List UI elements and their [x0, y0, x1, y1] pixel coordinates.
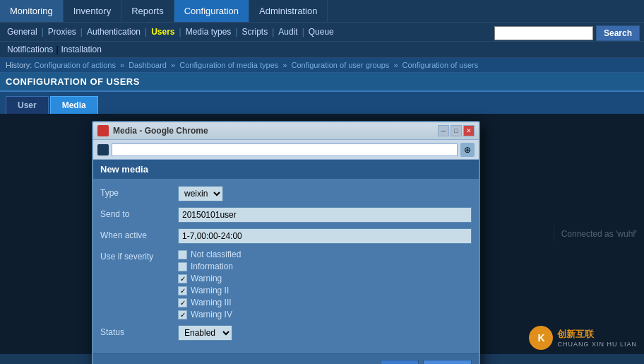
page-title: CONFIGURATION OF USERS: [0, 73, 644, 92]
content-area: Connected as 'wuhf' Media - Google Chrom…: [0, 114, 644, 354]
nav-monitoring[interactable]: Monitoring: [0, 0, 64, 22]
logo-subtext: CHUANG XIN HU LIAN: [557, 341, 637, 348]
second-navigation: General | Proxies | Authentication | Use…: [0, 23, 644, 42]
send-to-control: [178, 207, 472, 223]
modal-body: Type weixin Send to: [93, 179, 479, 353]
chrome-window-title: Media - Google Chrome: [113, 126, 208, 136]
when-active-label: When active: [100, 228, 178, 240]
severity-row: Use if severity Not classified Informati…: [100, 249, 472, 319]
address-input[interactable]: [112, 143, 458, 156]
search-input[interactable]: [494, 26, 593, 40]
nav-audit[interactable]: Audit: [275, 25, 300, 38]
modal-title: New media: [100, 164, 148, 175]
chrome-minimize-button[interactable]: ─: [438, 125, 449, 136]
address-bar-icon: ⊕: [460, 143, 475, 157]
breadcrumb-dashboard[interactable]: Dashboard: [129, 61, 167, 69]
nav-queue[interactable]: Queue: [306, 25, 337, 38]
nav-users[interactable]: Users: [148, 25, 177, 38]
breadcrumb-label: History:: [6, 61, 34, 69]
nav-general[interactable]: General: [4, 25, 40, 38]
modal-header: New media: [93, 160, 479, 179]
modal-overlay: Media - Google Chrome ─ □ ✕ ⊕: [0, 114, 644, 354]
status-select[interactable]: Enabled Disabled: [178, 325, 232, 341]
modal-dialog: New media Type weixin: [93, 160, 479, 364]
cb-warning-ii[interactable]: [178, 286, 187, 295]
search-button[interactable]: Search: [596, 25, 640, 41]
nav-notifications[interactable]: Notifications: [4, 43, 56, 56]
cb-warning-iii[interactable]: [178, 298, 187, 307]
nav-authentication[interactable]: Authentication: [84, 25, 143, 38]
type-row: Type weixin: [100, 186, 472, 201]
status-control: Enabled Disabled: [178, 325, 472, 341]
cb-warning-iv[interactable]: [178, 310, 187, 319]
status-label: Status: [100, 325, 178, 337]
type-control: weixin: [178, 186, 472, 201]
nav-scripts[interactable]: Scripts: [239, 25, 270, 38]
nav-administration[interactable]: Administration: [249, 0, 328, 22]
breadcrumb: History: Configuration of actions » Dash…: [0, 58, 644, 73]
status-row: Status Enabled Disabled: [100, 325, 472, 341]
severity-not-classified[interactable]: Not classified: [178, 249, 472, 259]
breadcrumb-user-groups[interactable]: Configuration of user groups: [292, 61, 390, 69]
cb-not-classified[interactable]: [178, 250, 187, 259]
severity-label: Use if severity: [100, 249, 178, 262]
severity-information[interactable]: Information: [178, 262, 472, 271]
tab-bar: User Media: [0, 92, 644, 114]
nav-installation[interactable]: Installation: [59, 43, 105, 56]
modal-footer: Add Cancel: [93, 353, 479, 364]
add-button[interactable]: Add: [381, 360, 418, 364]
send-to-label: Send to: [100, 207, 178, 219]
chrome-address-bar: ⊕: [93, 140, 479, 160]
chrome-icon: [97, 125, 109, 136]
when-active-control: [178, 228, 472, 244]
nav-proxies[interactable]: Proxies: [45, 25, 79, 38]
logo-text: 创新互联: [557, 328, 637, 341]
send-to-row: Send to: [100, 207, 472, 223]
when-active-row: When active: [100, 228, 472, 244]
top-navigation: Monitoring Inventory Reports Configurati…: [0, 0, 644, 23]
chrome-close-button[interactable]: ✕: [463, 125, 475, 136]
chrome-window: Media - Google Chrome ─ □ ✕ ⊕: [92, 121, 480, 364]
severity-warning-iii[interactable]: Warning III: [178, 298, 472, 307]
type-select[interactable]: weixin: [178, 186, 223, 201]
send-to-input[interactable]: [178, 207, 472, 223]
cb-information[interactable]: [178, 262, 187, 271]
chrome-maximize-button[interactable]: □: [451, 125, 462, 136]
severity-warning-ii[interactable]: Warning II: [178, 286, 472, 295]
breadcrumb-actions[interactable]: Configuration of actions: [34, 61, 116, 69]
severity-warning-iv[interactable]: Warning IV: [178, 310, 472, 319]
chrome-titlebar: Media - Google Chrome ─ □ ✕: [93, 122, 479, 140]
severity-list: Not classified Information Warning: [178, 249, 472, 319]
third-navigation: Notifications | Installation: [0, 42, 644, 58]
tab-user[interactable]: User: [6, 96, 49, 114]
nav-configuration[interactable]: Configuration: [174, 0, 249, 22]
tab-media[interactable]: Media: [50, 96, 98, 114]
severity-warning[interactable]: Warning: [178, 274, 472, 283]
nav-media-types[interactable]: Media types: [183, 25, 234, 38]
logo-icon: K: [529, 326, 553, 350]
cb-warning[interactable]: [178, 274, 187, 283]
cancel-button[interactable]: Cancel: [423, 360, 472, 364]
when-active-input[interactable]: [178, 228, 472, 244]
nav-inventory[interactable]: Inventory: [64, 0, 121, 22]
logo-area: K 创新互联 CHUANG XIN HU LIAN: [529, 326, 637, 350]
type-label: Type: [100, 186, 178, 198]
chrome-controls: ─ □ ✕: [438, 125, 475, 136]
breadcrumb-users[interactable]: Configuration of users: [402, 61, 479, 69]
breadcrumb-media-types[interactable]: Configuration of media types: [179, 61, 278, 69]
nav-reports[interactable]: Reports: [121, 0, 174, 22]
